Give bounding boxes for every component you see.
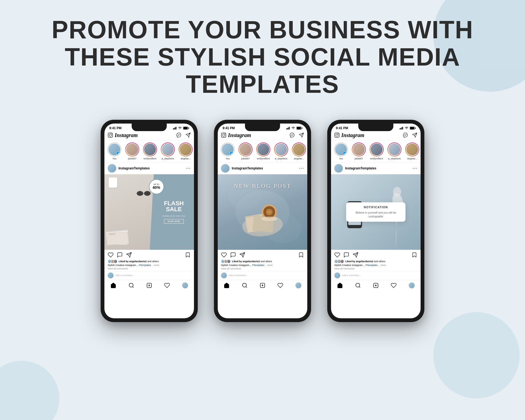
story-avatar-angela-1 <box>179 143 192 156</box>
svg-rect-1 <box>174 128 175 129</box>
view-comments-2[interactable]: View all comments <box>221 267 304 270</box>
comment-placeholder-1[interactable]: Add a comment... <box>115 274 134 277</box>
story-avatar-you-1: + <box>108 143 121 156</box>
bookmark-icon-1[interactable] <box>185 252 191 258</box>
search-nav-1[interactable] <box>128 282 134 288</box>
home-nav-2[interactable] <box>224 282 230 288</box>
svg-rect-20 <box>286 128 287 129</box>
comment-icon-1[interactable] <box>117 252 123 258</box>
comment-placeholder-2[interactable]: Add a comment... <box>229 274 248 277</box>
like-icon-2[interactable] <box>221 252 227 258</box>
search-nav-3[interactable] <box>355 282 361 288</box>
comment-icon-3[interactable] <box>343 252 349 258</box>
story-item-angela-3[interactable]: angelar... <box>405 142 420 160</box>
add-nav-3[interactable] <box>373 282 379 288</box>
battery-icon-3 <box>410 127 416 130</box>
like-icon-3[interactable] <box>334 252 340 258</box>
story-avatar-stephens-1 <box>161 143 174 156</box>
shop-now-btn[interactable]: SHOP NOW <box>164 219 184 224</box>
story-item-angela-2[interactable]: angelar... <box>292 142 306 160</box>
share-icon-3[interactable] <box>353 252 359 258</box>
post-more-1[interactable]: ··· <box>186 165 191 171</box>
story-label-angela-3: angelar... <box>407 157 417 160</box>
profile-nav-1[interactable] <box>182 282 188 288</box>
caption-content-2: Stylish Creative Instagram... <box>221 264 251 267</box>
heart-nav-2[interactable] <box>277 282 283 288</box>
headline: PROMOTE YOUR BUSINESS WITH THESE STYLISH… <box>0 16 525 98</box>
liked-text-1: Liked by angelaroberts2 and others <box>119 260 159 263</box>
phone-blog-post: 9:41 PM <box>214 120 311 322</box>
fashion-photo: Fashion <box>104 174 154 250</box>
story-item-you-2[interactable]: + You <box>220 142 235 160</box>
story-item-stephens-3[interactable]: a_stephens <box>387 142 402 160</box>
caption-text-2: Stylish Creative Instagram... #Templates… <box>221 264 304 267</box>
caption-text-3: Stylish Creative Instagram... #Templates… <box>334 264 417 267</box>
profile-nav-3[interactable] <box>409 282 415 288</box>
book-coffee-svg <box>238 196 287 239</box>
available-text: Available at the online shop <box>162 215 186 217</box>
send-icon-3[interactable] <box>412 132 417 138</box>
send-icon-1[interactable] <box>185 132 191 138</box>
story-item-angela-1[interactable]: angelar... <box>178 142 193 160</box>
comment-placeholder-3[interactable]: Add a comment... <box>342 274 361 277</box>
add-nav-2[interactable] <box>260 282 265 288</box>
svg-rect-49 <box>401 127 402 129</box>
post-more-2[interactable]: ··· <box>299 165 304 171</box>
comment-icon-2[interactable] <box>230 252 236 258</box>
status-time-2: 9:41 PM <box>223 126 235 130</box>
messenger-icon-2[interactable] <box>289 132 295 138</box>
story-label-you-3: You <box>339 157 343 160</box>
svg-point-58 <box>393 187 401 197</box>
svg-rect-27 <box>221 133 226 138</box>
add-nav-1[interactable] <box>146 282 152 288</box>
profile-nav-2[interactable] <box>295 282 301 288</box>
view-comments-1[interactable]: View all comments <box>108 267 191 270</box>
post-header-3: InstagramTemplates ··· <box>331 162 421 174</box>
search-nav-2[interactable] <box>242 282 248 288</box>
notif-body: Believe in yourself and you will be unst… <box>350 211 401 218</box>
like-icon-1[interactable] <box>108 252 114 258</box>
send-icon-2[interactable] <box>299 132 304 138</box>
story-item-you-1[interactable]: + You <box>107 142 122 160</box>
share-icon-2[interactable] <box>239 252 245 258</box>
post-more-3[interactable]: ··· <box>412 165 417 171</box>
bookmark-icon-3[interactable] <box>411 252 417 258</box>
home-nav-1[interactable] <box>110 282 116 288</box>
heart-nav-1[interactable] <box>164 282 170 288</box>
story-item-stephens-2[interactable]: a_stephens <box>274 142 288 160</box>
story-label-stephens-1: a_stephens <box>162 157 174 160</box>
svg-rect-50 <box>403 127 403 129</box>
ig-title-1: Instagram <box>115 132 138 138</box>
story-item-emily-1[interactable]: emilymiller4 <box>143 142 157 160</box>
svg-point-28 <box>223 134 225 136</box>
story-item-julia-3[interactable]: julia987 <box>352 142 366 160</box>
messenger-icon-3[interactable] <box>403 132 408 138</box>
story-item-julia-1[interactable]: julia987 <box>125 142 139 160</box>
svg-rect-48 <box>401 128 401 129</box>
notification-template: NOTIFICATION Believe in yourself and you… <box>331 174 421 250</box>
story-label-stephens-2: a_stephens <box>275 157 288 160</box>
caption-hashtag-3: #Templates <box>365 264 378 267</box>
messenger-icon-1[interactable] <box>176 132 182 138</box>
svg-point-55 <box>336 134 338 136</box>
home-nav-3[interactable] <box>337 282 343 288</box>
story-avatar-julia-3 <box>352 143 365 156</box>
share-icon-1[interactable] <box>126 252 132 258</box>
heart-nav-3[interactable] <box>391 282 397 288</box>
battery-icon-1 <box>183 127 189 130</box>
story-item-stephens-1[interactable]: a_stephens <box>161 142 175 160</box>
post-avatar-2 <box>221 164 230 173</box>
flash-title-2: SALE <box>166 206 182 213</box>
svg-rect-5 <box>183 127 188 129</box>
story-avatar-you-2: + <box>221 143 234 156</box>
bookmark-icon-2[interactable] <box>298 252 304 258</box>
story-item-emily-3[interactable]: emilymiller4 <box>369 142 384 160</box>
story-item-julia-2[interactable]: julia987 <box>238 142 253 160</box>
ig-header-2: Instagram <box>218 131 307 140</box>
view-comments-3[interactable]: View all comments <box>334 267 417 270</box>
svg-point-41 <box>261 217 277 221</box>
story-ring-emily-3 <box>370 142 384 156</box>
post-image-notification: NOTIFICATION Believe in yourself and you… <box>331 174 421 250</box>
story-item-you-3[interactable]: + You <box>334 142 348 160</box>
story-item-emily-2[interactable]: emilymiller4 <box>256 142 271 160</box>
